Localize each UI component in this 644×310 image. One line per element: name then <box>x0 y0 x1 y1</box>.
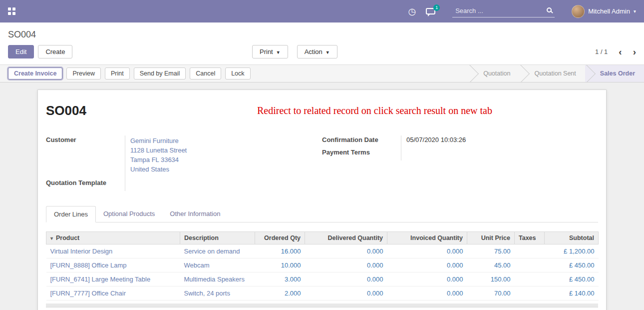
table-header-row: ▾ProductDescriptionOrdered QtyDelivered … <box>46 232 599 244</box>
field-group: Customer Gemini Furniture1128 Lunetta St… <box>46 136 598 191</box>
tab-other-information[interactable]: Other Information <box>162 206 228 222</box>
user-name: Mitchell Admin <box>588 8 630 15</box>
apps-menu-icon[interactable] <box>8 8 15 15</box>
cell-unit-price: 45.00 <box>467 258 515 272</box>
table-row[interactable]: [FURN_8888] Office LampWebcam10.0000.000… <box>46 258 599 272</box>
cell-ordered-qty: 3.000 <box>255 272 305 286</box>
top-navbar: ◷ 1 Mitchell Admin ▾ <box>0 0 644 22</box>
cell-ordered-qty: 2.000 <box>255 286 305 300</box>
customer-address-line[interactable]: 1128 Lunetta Street <box>130 146 302 155</box>
customer-address-line[interactable]: United States <box>130 164 302 174</box>
cell-product[interactable]: Virtual Interior Design <box>46 244 180 258</box>
statusbar-button-create-invoice[interactable]: Create Invoice <box>8 68 62 80</box>
col-header-subtotal[interactable]: Subtotal <box>545 232 599 244</box>
payment-terms-value[interactable] <box>401 148 578 160</box>
cell-description[interactable]: Service on demand <box>180 244 255 258</box>
create-button[interactable]: Create <box>38 45 72 58</box>
cell-taxes <box>515 286 545 300</box>
col-header-delivered-quantity[interactable]: Delivered Quantity <box>305 232 387 244</box>
table-body: Virtual Interior DesignService on demand… <box>46 244 599 300</box>
col-header-unit-price[interactable]: Unit Price <box>467 232 515 244</box>
tab-optional-products[interactable]: Optional Products <box>96 206 162 222</box>
search-input[interactable] <box>452 5 555 18</box>
customer-value: Gemini Furniture1128 Lunetta StreetTampa… <box>125 136 302 178</box>
pager-previous-icon[interactable]: ‹ <box>619 47 622 56</box>
col-header-invoiced-quantity[interactable]: Invoiced Quantity <box>387 232 467 244</box>
chevron-down-icon: ▼ <box>276 50 281 55</box>
systray: ◷ 1 Mitchell Admin ▾ <box>408 5 636 18</box>
col-header-ordered-qty[interactable]: Ordered Qty <box>255 232 305 244</box>
customer-label: Customer <box>46 136 125 178</box>
pager-next-icon[interactable]: › <box>633 47 636 56</box>
cell-product[interactable]: [FURN_8888] Office Lamp <box>46 258 180 272</box>
statusbar-button-lock[interactable]: Lock <box>225 68 250 80</box>
notebook-tabs: Order LinesOptional ProductsOther Inform… <box>46 206 598 222</box>
cell-taxes <box>515 244 545 258</box>
cell-unit-price: 150.00 <box>467 272 515 286</box>
cell-invoiced-qty: 0.000 <box>387 244 467 258</box>
control-panel: Edit Create Print▼ Action▼ 1 / 1 ‹ › <box>0 44 644 64</box>
customer-address-line[interactable]: Tampa FL 33634 <box>130 155 302 164</box>
tab-order-lines[interactable]: Order Lines <box>46 206 96 222</box>
quotation-template-value[interactable] <box>125 178 302 191</box>
col-header-description[interactable]: Description <box>180 232 255 244</box>
cell-delivered-qty: 0.000 <box>305 244 387 258</box>
chevron-down-icon: ▾ <box>634 8 636 14</box>
cell-delivered-qty: 0.000 <box>305 272 387 286</box>
cell-description[interactable]: Webcam <box>180 258 255 272</box>
pager: 1 / 1 ‹ › <box>595 47 636 56</box>
customer-address-line[interactable]: Gemini Furniture <box>130 136 302 146</box>
edit-button[interactable]: Edit <box>8 45 34 58</box>
confirmation-date-value: 05/07/2020 10:03:26 <box>401 136 578 148</box>
cell-ordered-qty: 16.000 <box>255 244 305 258</box>
cell-product[interactable]: [FURN_6741] Large Meeting Table <box>46 272 180 286</box>
col-header-product[interactable]: ▾Product <box>46 232 180 244</box>
breadcrumb: SO004 <box>8 30 36 40</box>
quotation-template-label: Quotation Template <box>46 178 125 191</box>
cell-delivered-qty: 0.000 <box>305 286 387 300</box>
product-column-caret-icon[interactable]: ▾ <box>50 236 53 241</box>
pager-value: 1 / 1 <box>595 48 608 56</box>
col-header-label: Product <box>56 234 79 242</box>
list-footer-strip <box>46 304 598 308</box>
cell-delivered-qty: 0.000 <box>305 258 387 272</box>
action-menu-label: Action <box>305 48 322 56</box>
cell-taxes <box>515 258 545 272</box>
statusbar-buttons: Create InvoicePreviewPrintSend by EmailC… <box>8 68 251 80</box>
cell-taxes <box>515 272 545 286</box>
record-title: SO004 <box>46 103 86 118</box>
cell-invoiced-qty: 0.000 <box>387 286 467 300</box>
cell-product[interactable]: [FURN_7777] Office Chair <box>46 286 180 300</box>
statusbar-button-cancel[interactable]: Cancel <box>190 68 221 80</box>
table-row[interactable]: [FURN_7777] Office ChairSwitch, 24 ports… <box>46 286 599 300</box>
cell-description[interactable]: Multimedia Speakers <box>180 272 255 286</box>
cell-description[interactable]: Switch, 24 ports <box>180 286 255 300</box>
print-menu-button[interactable]: Print▼ <box>252 45 288 58</box>
user-menu[interactable]: Mitchell Admin ▾ <box>572 5 636 18</box>
print-menu-label: Print <box>260 48 273 56</box>
form-sheet: SO004 Redirect to related record on clic… <box>37 90 607 310</box>
table-row[interactable]: Virtual Interior DesignService on demand… <box>46 244 599 258</box>
confirmation-date-label: Confirmation Date <box>322 136 401 148</box>
avatar <box>572 5 585 18</box>
statusbar-button-preview[interactable]: Preview <box>66 68 100 80</box>
odoo-window: ◷ 1 Mitchell Admin ▾ SO004 Edit Create P… <box>0 0 644 310</box>
statusbar-button-send-by-email[interactable]: Send by Email <box>134 68 186 80</box>
col-header-taxes[interactable]: Taxes <box>515 232 545 244</box>
activities-clock-icon[interactable]: ◷ <box>408 7 416 16</box>
table-row[interactable]: [FURN_6741] Large Meeting TableMultimedi… <box>46 272 599 286</box>
chevron-down-icon: ▼ <box>325 50 330 55</box>
status-step-sales-order[interactable]: Sales Order <box>585 65 644 82</box>
global-search <box>452 5 555 18</box>
breadcrumb-row: SO004 <box>0 22 644 44</box>
statusbar-button-print[interactable]: Print <box>105 68 130 80</box>
cell-unit-price: 70.00 <box>467 286 515 300</box>
order-lines-table: ▾ProductDescriptionOrdered QtyDelivered … <box>46 232 599 300</box>
cell-subtotal: £ 450.00 <box>545 258 599 272</box>
messages-icon[interactable]: 1 <box>426 8 435 14</box>
cell-invoiced-qty: 0.000 <box>387 258 467 272</box>
search-icon[interactable] <box>547 8 552 12</box>
cell-subtotal: £ 1,200.00 <box>545 244 599 258</box>
action-menu-button[interactable]: Action▼ <box>297 45 337 58</box>
cell-subtotal: £ 450.00 <box>545 272 599 286</box>
